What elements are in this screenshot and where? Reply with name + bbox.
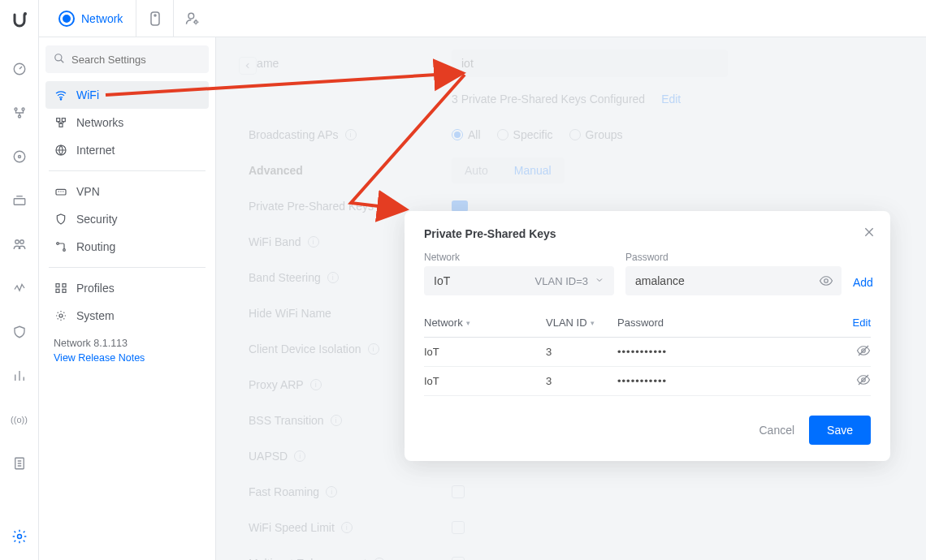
sidebar-item-internet[interactable]: Internet — [45, 136, 209, 164]
ppsk-modal: Private Pre-Shared Keys Network IoT VLAN… — [405, 211, 890, 461]
routing-icon — [54, 240, 68, 253]
svg-rect-19 — [62, 118, 65, 122]
rail-stats-icon[interactable] — [9, 365, 30, 386]
svg-point-30 — [824, 279, 829, 283]
wifi-icon — [54, 88, 68, 101]
svg-point-4 — [18, 115, 20, 118]
networks-icon — [54, 116, 68, 129]
ppsk-table: Network ▾ VLAN ID ▾ Password Edit IoT3••… — [424, 308, 871, 396]
rail-security-icon[interactable] — [9, 321, 30, 342]
svg-point-13 — [154, 15, 156, 16]
col-password: Password — [617, 317, 838, 329]
modal-network-label: Network — [424, 252, 614, 263]
svg-point-24 — [63, 249, 66, 252]
svg-rect-25 — [56, 284, 59, 287]
topbar-tab-network[interactable]: Network — [45, 0, 136, 37]
eye-off-icon[interactable] — [856, 373, 871, 390]
topbar-tab-label: Network — [81, 12, 123, 25]
profiles-icon — [54, 282, 68, 295]
search-settings-input[interactable] — [71, 54, 208, 66]
close-icon[interactable] — [863, 226, 876, 241]
topbar-tab-user-settings[interactable] — [174, 0, 211, 37]
rail-disc-icon[interactable] — [9, 146, 30, 167]
svg-point-23 — [57, 243, 59, 245]
sidebar-item-networks[interactable]: Networks — [45, 109, 209, 136]
svg-rect-26 — [63, 284, 66, 287]
sidebar-item-security[interactable]: Security — [45, 205, 209, 233]
shield-icon — [54, 213, 68, 226]
svg-point-17 — [60, 99, 61, 100]
rail-ports-icon[interactable] — [9, 190, 30, 211]
svg-point-5 — [14, 151, 25, 162]
rail-settings-icon[interactable] — [9, 526, 30, 547]
svg-rect-20 — [59, 123, 63, 127]
svg-point-8 — [15, 240, 19, 244]
rail-topology-icon[interactable] — [9, 102, 30, 123]
rail-dashboard-icon[interactable] — [9, 58, 30, 80]
table-row: IoT3••••••••••• — [424, 338, 871, 367]
svg-rect-22 — [56, 189, 66, 195]
col-vlan[interactable]: VLAN ID ▾ — [546, 317, 617, 329]
rail-notes-icon[interactable] — [9, 453, 30, 474]
vpn-icon — [54, 185, 68, 198]
edit-link[interactable]: Edit — [853, 317, 871, 329]
settings-sidebar: WiFi Networks Internet VPN Security Rout… — [39, 37, 216, 560]
svg-rect-18 — [57, 118, 60, 122]
globe-icon — [54, 144, 68, 157]
chevron-down-icon — [595, 274, 604, 287]
app-rail: ((o)) — [0, 0, 39, 560]
topbar-tab-device[interactable] — [136, 0, 174, 37]
system-icon — [54, 309, 68, 322]
search-settings-box[interactable] — [45, 45, 209, 73]
eye-off-icon[interactable] — [856, 343, 871, 360]
version-label: Network 8.1.113 — [45, 330, 209, 352]
password-input[interactable] — [625, 266, 842, 295]
svg-rect-27 — [56, 289, 59, 292]
table-row: IoT3••••••••••• — [424, 367, 871, 396]
release-notes-link[interactable]: View Release Notes — [45, 352, 209, 364]
svg-point-3 — [22, 108, 24, 110]
svg-point-0 — [24, 12, 27, 15]
sort-icon: ▾ — [466, 319, 470, 327]
save-button[interactable]: Save — [809, 416, 871, 445]
svg-point-29 — [59, 314, 63, 317]
rail-clients-icon[interactable] — [9, 234, 30, 255]
sidebar-item-system[interactable]: System — [45, 302, 209, 330]
eye-icon[interactable] — [819, 274, 833, 291]
rail-insights-icon[interactable] — [9, 278, 30, 299]
modal-password-label: Password — [625, 252, 842, 263]
topbar: Network — [39, 0, 926, 37]
search-icon — [54, 53, 65, 67]
cancel-button[interactable]: Cancel — [759, 424, 794, 437]
svg-point-14 — [188, 13, 194, 19]
svg-point-6 — [18, 156, 20, 158]
sidebar-item-routing[interactable]: Routing — [45, 233, 209, 261]
modal-title: Private Pre-Shared Keys — [424, 227, 871, 240]
brand-logo — [8, 8, 31, 31]
sidebar-item-wifi[interactable]: WiFi — [45, 81, 209, 109]
svg-rect-7 — [14, 199, 25, 205]
col-network[interactable]: Network ▾ — [424, 317, 546, 329]
divider — [49, 170, 206, 171]
svg-point-2 — [15, 108, 17, 110]
sidebar-item-vpn[interactable]: VPN — [45, 178, 209, 205]
sort-icon: ▾ — [591, 319, 595, 327]
svg-point-11 — [17, 535, 21, 539]
svg-point-16 — [55, 54, 62, 60]
svg-point-15 — [195, 20, 197, 23]
network-select[interactable]: IoT VLAN ID=3 — [424, 266, 614, 295]
svg-rect-28 — [63, 289, 66, 292]
add-link[interactable]: Add — [853, 276, 873, 295]
network-dot-icon — [58, 11, 75, 27]
rail-radio-icon[interactable]: ((o)) — [9, 409, 30, 430]
sidebar-item-profiles[interactable]: Profiles — [45, 274, 209, 302]
divider — [49, 267, 206, 268]
svg-point-9 — [19, 240, 24, 244]
